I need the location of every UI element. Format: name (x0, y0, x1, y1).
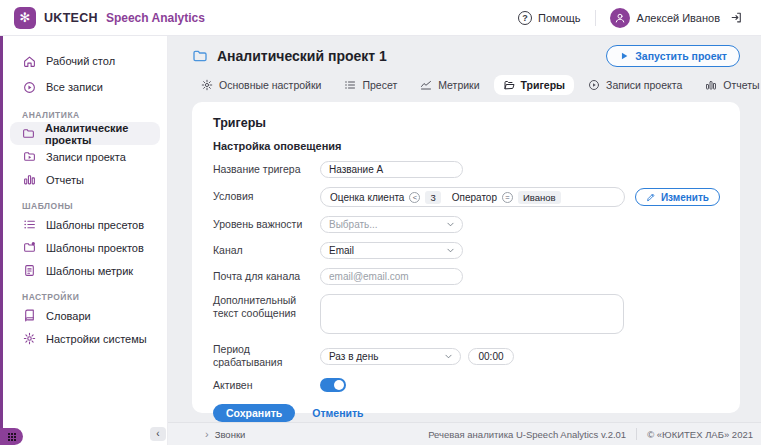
sidebar-collapse-button[interactable]: ‹ (150, 427, 166, 441)
tab-triggers[interactable]: Тригеры (494, 75, 574, 95)
period-label: Период срабатывания (213, 343, 320, 369)
severity-select[interactable]: Выбрать... (320, 216, 463, 233)
less-than-operator-icon: < (409, 192, 420, 203)
tab-reports[interactable]: Отчеты (696, 75, 761, 95)
message-label: Дополнительный текст сообщения (213, 294, 320, 320)
sidebar-item-system-settings[interactable]: Настройки системы (10, 327, 160, 350)
tab-label: Тригеры (521, 79, 565, 91)
tab-preset[interactable]: Пресет (335, 75, 406, 95)
run-project-button[interactable]: Запустить проект (606, 45, 740, 67)
user-menu[interactable]: Алексей Иванов (610, 8, 720, 28)
sidebar-section-settings: НАСТРОЙКИ (3, 290, 167, 304)
sidebar-item-label: Шаблоны проектов (46, 242, 144, 254)
severity-label: Уровень важности (213, 218, 320, 231)
topbar-right: ? Помощь Алексей Иванов (518, 8, 743, 28)
sidebar-item-preset-templates[interactable]: Шаблоны пресетов (10, 213, 160, 236)
tab-project-records[interactable]: Записи проекта (579, 75, 691, 95)
sidebar-item-dictionaries[interactable]: Словари (10, 304, 160, 327)
active-row: Активен (213, 378, 720, 392)
line-chart-icon (420, 79, 432, 91)
tab-metrics[interactable]: Метрики (411, 75, 488, 95)
list-icon (22, 218, 36, 231)
sidebar-item-all-records[interactable]: Все записи (10, 74, 160, 100)
grid-dots-icon (7, 432, 17, 442)
bar-chart-icon (705, 79, 717, 91)
period-value: Раз в день (329, 351, 378, 362)
bar-chart-icon (22, 173, 36, 186)
message-textarea[interactable] (320, 294, 624, 334)
email-input[interactable] (320, 268, 463, 285)
sidebar-item-analytic-projects[interactable]: Аналитические проекты (10, 122, 160, 145)
app-window: ✻ UKTECH Speech Analytics ? Помощь Алекс… (0, 0, 761, 445)
pencil-icon (646, 192, 656, 202)
main-content: Аналитический проект 1 Запустить проект … (168, 36, 761, 422)
sidebar-item-project-records[interactable]: Записи проекта (10, 145, 160, 168)
severity-value: Выбрать... (329, 219, 378, 230)
open-folder-icon (503, 79, 515, 91)
email-row: Почта для канала (213, 268, 720, 285)
project-tabs: Основные настройки Пресет Метрики Тригер… (192, 74, 740, 96)
period-select[interactable]: Раз в день (320, 348, 461, 365)
footer-divider (636, 428, 637, 440)
sidebar-item-label: Словари (46, 310, 91, 322)
brand: ✻ UKTECH Speech Analytics (14, 7, 205, 29)
edit-conditions-label: Изменить (661, 192, 709, 203)
condition-metric: Оценка клиента (330, 192, 404, 203)
sidebar-item-label: Настройки системы (46, 333, 147, 345)
sidebar-item-label: Рабочий стол (46, 55, 115, 67)
sidebar-item-project-templates[interactable]: Шаблоны проектов (10, 236, 160, 259)
period-row: Период срабатывания Раз в день (213, 343, 720, 369)
channel-label: Канал (213, 244, 320, 257)
cancel-button[interactable]: Отменить (312, 407, 363, 419)
page-title: Аналитический проект 1 (217, 48, 387, 64)
user-name: Алексей Иванов (637, 12, 720, 24)
triggers-card: Тригеры Настройка оповещения Название тр… (192, 102, 740, 413)
sidebar-item-label: Записи проекта (46, 151, 126, 163)
active-toggle[interactable] (320, 378, 346, 392)
severity-row: Уровень важности Выбрать... (213, 216, 720, 233)
chevron-down-icon (446, 220, 455, 229)
card-subtitle: Настройка оповещения (213, 140, 720, 152)
help-button[interactable]: ? Помощь (518, 11, 581, 25)
save-button[interactable]: Сохранить (213, 404, 295, 422)
apps-grid-button[interactable] (0, 428, 23, 445)
topbar-divider (595, 10, 596, 26)
toggle-knob (334, 380, 344, 390)
calls-panel-toggle[interactable]: › Звонки (205, 429, 245, 440)
sidebar-item-label: Шаблоны метрик (46, 265, 133, 277)
sidebar-section-templates: ШАБЛОНЫ (3, 199, 167, 213)
channel-row: Канал Email (213, 242, 720, 259)
channel-select[interactable]: Email (320, 242, 463, 259)
form-actions: Сохранить Отменить (213, 404, 720, 422)
gear-icon (201, 79, 213, 91)
conditions-field[interactable]: Оценка клиента < 3 Оператор = Иванов (320, 187, 625, 207)
edit-conditions-button[interactable]: Изменить (635, 188, 720, 206)
tab-label: Записи проекта (606, 79, 682, 91)
folder-play-icon (22, 150, 36, 163)
channel-value: Email (329, 245, 354, 256)
equals-operator-icon: = (502, 192, 513, 203)
sidebar: Рабочий стол Все записи АНАЛИТИКА Аналит… (0, 36, 168, 445)
time-input[interactable] (468, 348, 514, 365)
sidebar-section-analytics: АНАЛИТИКА (3, 108, 167, 122)
trigger-name-input[interactable] (320, 161, 463, 178)
top-bar: ✻ UKTECH Speech Analytics ? Помощь Алекс… (0, 0, 761, 36)
chevron-right-icon: › (205, 429, 209, 440)
play-icon (619, 51, 629, 61)
sidebar-item-metric-templates[interactable]: Шаблоны метрик (10, 259, 160, 282)
folder-badge-icon (22, 241, 36, 254)
email-label: Почта для канала (213, 270, 320, 283)
run-project-label: Запустить проект (635, 50, 727, 62)
sidebar-item-reports[interactable]: Отчеты (10, 168, 160, 191)
footer-meta: Речевая аналитика U-Speech Analytics v.2… (428, 428, 753, 440)
uktech-logo-icon: ✻ (14, 7, 36, 29)
sidebar-item-desktop[interactable]: Рабочий стол (10, 48, 160, 74)
tab-main-settings[interactable]: Основные настройки (192, 75, 330, 95)
folder-icon (22, 127, 35, 140)
home-icon (22, 55, 36, 68)
sidebar-item-label: Шаблоны пресетов (46, 219, 144, 231)
logout-icon[interactable] (730, 11, 743, 24)
project-folder-icon (192, 48, 208, 64)
list-icon (344, 79, 356, 91)
calls-panel-label: Звонки (215, 429, 246, 440)
